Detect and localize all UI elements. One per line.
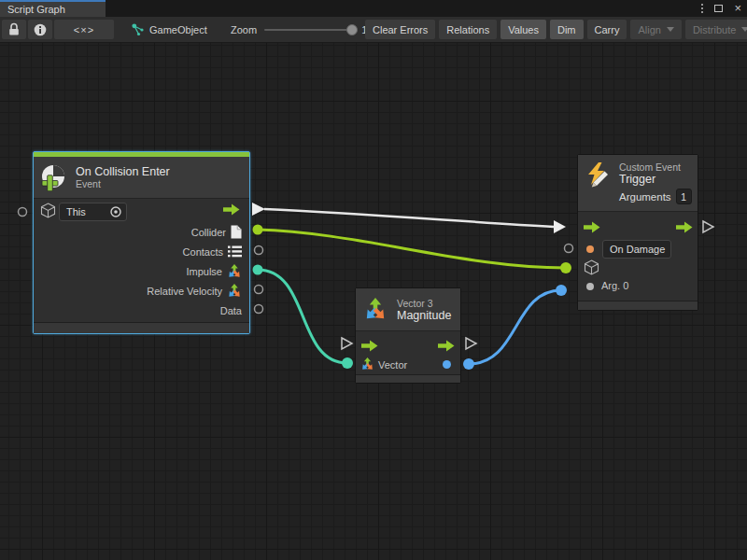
control-input-arrow-icon[interactable]	[584, 221, 600, 233]
arg0-port[interactable]	[586, 283, 594, 290]
float-output-port[interactable]	[443, 360, 451, 369]
object-picker-icon[interactable]	[109, 205, 122, 218]
wire-control[interactable]	[264, 209, 554, 227]
port-row-data[interactable]: Data	[74, 301, 242, 320]
vector-input-label: Vector	[378, 359, 407, 371]
clear-errors-button[interactable]: Clear Errors	[365, 20, 435, 39]
contacts-port[interactable]	[255, 246, 263, 255]
vector3-icon	[227, 284, 242, 299]
node-subtitle: Custom Event	[619, 161, 692, 173]
wire-arrowhead	[554, 220, 566, 233]
graph-canvas[interactable]: On Collision Enter Event This	[0, 43, 747, 560]
maximize-icon[interactable]	[714, 5, 723, 12]
magnitude-control-out-port[interactable]	[466, 338, 476, 349]
zoom-slider-handle[interactable]	[346, 24, 358, 35]
graph-target-label: GameObject	[149, 24, 207, 35]
wire-collider[interactable]	[258, 230, 566, 268]
custom-event-icon	[585, 161, 610, 188]
control-out-port-connected[interactable]	[252, 203, 265, 216]
event-name-port[interactable]	[586, 245, 594, 253]
arguments-label: Arguments	[619, 191, 671, 203]
node-title: Trigger	[619, 173, 692, 186]
node-vector3-magnitude[interactable]: Vector 3 Magnitude Vector	[355, 287, 461, 384]
close-icon[interactable]: ×	[734, 4, 741, 13]
vector-input-endpoint[interactable]	[342, 357, 353, 369]
title-bar: Script Graph ×	[0, 0, 747, 17]
magnitude-output-endpoint[interactable]	[463, 358, 474, 370]
node-footer[interactable]	[34, 322, 249, 333]
info-button[interactable]	[28, 20, 52, 39]
control-output-arrow-icon[interactable]	[676, 221, 693, 233]
tab-script-graph[interactable]: Script Graph	[0, 0, 106, 17]
vector3-icon	[363, 297, 388, 323]
dropdown-arrow-icon	[667, 27, 674, 32]
list-icon	[228, 245, 242, 258]
control-input-arrow-icon[interactable]	[361, 340, 378, 352]
target-field[interactable]: This	[59, 203, 127, 221]
vector3-icon	[360, 357, 374, 371]
node-footer[interactable]	[578, 301, 698, 310]
vector3-icon	[227, 264, 242, 279]
relations-button[interactable]: Relations	[439, 20, 497, 39]
distribute-button[interactable]: Distribute	[685, 20, 747, 39]
event-icon	[39, 163, 67, 191]
event-name-external-port[interactable]	[565, 245, 573, 253]
code-preview-button[interactable]: <×>	[54, 20, 114, 39]
unity-script-graph-window: Script Graph × <×>	[0, 0, 747, 560]
trigger-control-out-port[interactable]	[703, 221, 713, 232]
magnitude-control-in-port[interactable]	[342, 338, 352, 349]
lock-icon	[8, 22, 20, 36]
control-output-arrow-icon[interactable]	[223, 203, 240, 216]
collider-port-connected[interactable]	[253, 225, 263, 235]
tab-title: Script Graph	[7, 4, 65, 15]
dropdown-arrow-icon	[741, 27, 747, 32]
impulse-port-connected[interactable]	[253, 265, 263, 275]
relative-velocity-port[interactable]	[255, 286, 263, 294]
arg0-endpoint[interactable]	[556, 285, 567, 296]
graph-pointer-icon	[131, 22, 145, 36]
node-subtitle: Vector 3	[397, 298, 451, 309]
node-title: On Collision Enter	[76, 165, 170, 178]
port-row-relative-velocity[interactable]: Relative Velocity	[74, 281, 242, 301]
node-footer[interactable]	[356, 374, 460, 383]
data-port[interactable]	[255, 305, 263, 314]
graph-toolbar: <×> GameObject Zoom 1x Clear Errors Rela…	[0, 17, 747, 43]
port-row-collider[interactable]: Collider	[74, 222, 242, 242]
dim-button[interactable]: Dim	[550, 20, 584, 39]
zoom-slider[interactable]	[264, 29, 352, 31]
trigger-target-endpoint[interactable]	[560, 262, 571, 273]
node-subtitle: Event	[76, 178, 170, 189]
graph-target[interactable]: GameObject	[131, 20, 207, 39]
zoom-control: Zoom 1x	[231, 20, 373, 39]
node-on-collision-enter[interactable]: On Collision Enter Event This	[33, 151, 250, 334]
wire-magnitude[interactable]	[469, 290, 561, 364]
lock-button[interactable]	[2, 20, 26, 39]
control-output-arrow-icon[interactable]	[438, 340, 455, 352]
values-button[interactable]: Values	[500, 20, 546, 39]
gameobject-cube-icon	[40, 203, 56, 218]
info-icon	[34, 23, 47, 36]
port-row-impulse[interactable]: Impulse	[74, 261, 242, 281]
arguments-count-field[interactable]: 1	[676, 189, 692, 204]
arg0-label: Arg. 0	[601, 280, 628, 291]
document-icon	[231, 225, 242, 239]
zoom-label: Zoom	[231, 24, 257, 35]
carry-button[interactable]: Carry	[587, 20, 627, 39]
node-trigger-custom-event[interactable]: Custom Event Trigger Arguments 1	[577, 154, 698, 311]
wire-impulse[interactable]	[258, 270, 347, 363]
event-name-field[interactable]: On Damage	[602, 240, 671, 259]
gameobject-cube-icon	[584, 259, 599, 275]
align-button[interactable]: Align	[630, 20, 681, 39]
window-menu-icon[interactable]	[701, 4, 703, 13]
oce-target-port[interactable]	[19, 208, 27, 217]
node-title: Magnitude	[397, 309, 451, 322]
port-row-contacts[interactable]: Contacts	[74, 242, 242, 261]
